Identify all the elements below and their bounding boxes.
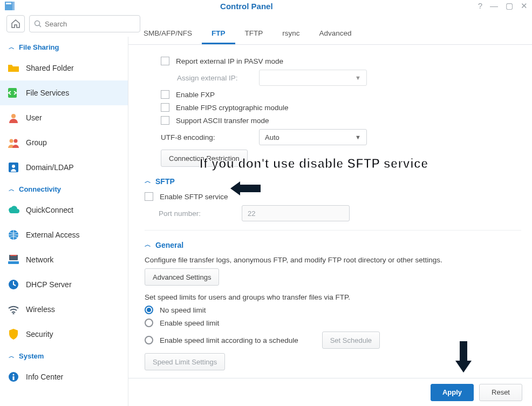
section-label: Connectivity bbox=[19, 185, 61, 193]
sidebar-item-label: Domain/LDAP bbox=[26, 163, 74, 172]
advanced-settings-button[interactable]: Advanced Settings bbox=[145, 268, 219, 286]
group-icon bbox=[8, 137, 19, 148]
sidebar-item-label: Security bbox=[26, 330, 53, 339]
speed-limit-settings-button: Speed Limit Settings bbox=[145, 353, 225, 370]
window-title: Control Panel bbox=[15, 2, 478, 11]
sidebar-item-label: Wireless bbox=[26, 305, 55, 314]
globe-icon bbox=[8, 229, 19, 241]
apply-button[interactable]: Apply bbox=[431, 384, 474, 401]
svg-line-4 bbox=[39, 25, 42, 28]
section-general[interactable]: ︿ General bbox=[145, 240, 521, 249]
checkbox-enable-sftp[interactable] bbox=[145, 192, 153, 201]
minimize-button[interactable]: — bbox=[490, 1, 498, 11]
section-label: File Sharing bbox=[19, 43, 59, 51]
select-utf8[interactable]: Auto ▼ bbox=[259, 129, 367, 145]
label-fips: Enable FIPS cryptographic module bbox=[176, 104, 289, 112]
file-services-icon bbox=[8, 87, 19, 99]
tab-smb[interactable]: SMB/AFP/NFS bbox=[134, 24, 202, 44]
checkbox-fips[interactable] bbox=[161, 103, 169, 112]
label-report-pasv: Report external IP in PASV mode bbox=[176, 57, 283, 65]
sidebar-item-label: DHCP Server bbox=[26, 280, 72, 289]
svg-rect-19 bbox=[13, 376, 15, 380]
svg-point-6 bbox=[11, 114, 16, 118]
radio-schedule-limit[interactable] bbox=[145, 336, 153, 344]
checkbox-report-pasv[interactable] bbox=[161, 57, 169, 65]
checkbox-ascii[interactable] bbox=[161, 116, 169, 125]
chevron-up-icon: ︿ bbox=[9, 185, 15, 193]
svg-point-7 bbox=[10, 139, 13, 143]
chevron-down-icon: ▼ bbox=[355, 75, 361, 81]
chevron-down-icon: ▼ bbox=[355, 134, 361, 140]
svg-point-10 bbox=[12, 165, 15, 168]
domain-icon bbox=[8, 161, 19, 173]
tab-rsync[interactable]: rsync bbox=[272, 24, 309, 44]
info-icon bbox=[8, 371, 19, 383]
set-schedule-button: Set Schedule bbox=[322, 331, 380, 349]
wireless-icon bbox=[8, 303, 19, 315]
label-schedule-limit: Enable speed limit according to a schedu… bbox=[160, 336, 298, 344]
home-icon bbox=[11, 19, 21, 29]
user-icon bbox=[8, 112, 19, 124]
divider bbox=[145, 230, 521, 231]
sidebar-item-shared-folder[interactable]: Shared Folder bbox=[0, 56, 128, 80]
label-port: Port number: bbox=[159, 209, 235, 218]
section-label: System bbox=[19, 352, 44, 360]
sidebar-item-label: Group bbox=[26, 138, 47, 147]
tab-ftp[interactable]: FTP bbox=[202, 24, 235, 44]
search-input[interactable] bbox=[45, 20, 135, 28]
radio-no-limit[interactable] bbox=[145, 306, 153, 314]
sidebar-item-network[interactable]: Network bbox=[0, 247, 128, 272]
sidebar-item-external-access[interactable]: External Access bbox=[0, 222, 128, 247]
label-no-limit: No speed limit bbox=[160, 306, 206, 314]
sidebar-section-file-sharing[interactable]: ︿ File Sharing bbox=[0, 38, 128, 56]
section-sftp[interactable]: ︿ SFTP bbox=[145, 177, 521, 186]
label-ascii: Support ASCII transfer mode bbox=[176, 117, 269, 125]
maximize-button[interactable]: ▢ bbox=[506, 1, 513, 11]
input-port bbox=[242, 205, 350, 221]
select-assign-ip[interactable]: ▼ bbox=[259, 70, 367, 86]
sidebar-item-security[interactable]: Security bbox=[0, 322, 128, 347]
sidebar: ︿ File Sharing Shared Folder File Servic… bbox=[0, 37, 128, 406]
general-desc: Configure file transfer logs, anonymous … bbox=[145, 256, 442, 264]
sidebar-item-quickconnect[interactable]: QuickConnect bbox=[0, 198, 128, 222]
label-enable-limit: Enable speed limit bbox=[160, 319, 219, 327]
sidebar-item-dhcp-server[interactable]: DHCP Server bbox=[0, 272, 128, 297]
sidebar-item-user[interactable]: User bbox=[0, 105, 128, 130]
svg-rect-2 bbox=[12, 2, 15, 10]
titlebar: Control Panel ? — ▢ ✕ bbox=[0, 0, 532, 12]
checkbox-fxp[interactable] bbox=[161, 90, 169, 99]
tab-advanced[interactable]: Advanced bbox=[310, 24, 362, 44]
sidebar-item-wireless[interactable]: Wireless bbox=[0, 297, 128, 322]
svg-rect-1 bbox=[6, 3, 11, 4]
sidebar-section-system[interactable]: ︿ System bbox=[0, 347, 128, 364]
help-icon[interactable]: ? bbox=[478, 1, 482, 11]
sidebar-item-info-center[interactable]: Info Center bbox=[0, 364, 128, 389]
home-button[interactable] bbox=[6, 15, 25, 32]
label-utf8: UTF-8 encoding: bbox=[161, 133, 253, 141]
sidebar-item-label: QuickConnect bbox=[26, 206, 73, 214]
sidebar-item-group[interactable]: Group bbox=[0, 130, 128, 155]
network-icon bbox=[8, 254, 19, 266]
label-assign-ip: Assign external IP: bbox=[177, 74, 253, 82]
connection-restriction-button[interactable]: Connection Restriction bbox=[161, 150, 248, 167]
chevron-up-icon: ︿ bbox=[145, 177, 151, 186]
close-button[interactable]: ✕ bbox=[521, 1, 528, 11]
search-box[interactable] bbox=[29, 15, 140, 32]
sidebar-item-domain-ldap[interactable]: Domain/LDAP bbox=[0, 155, 128, 180]
svg-point-3 bbox=[35, 21, 40, 26]
chevron-up-icon: ︿ bbox=[9, 352, 15, 360]
sidebar-item-label: User bbox=[26, 113, 42, 122]
svg-point-18 bbox=[13, 374, 15, 376]
sidebar-section-connectivity[interactable]: ︿ Connectivity bbox=[0, 180, 128, 198]
search-icon bbox=[34, 20, 42, 28]
sidebar-item-label: Info Center bbox=[26, 373, 63, 381]
tab-tftp[interactable]: TFTP bbox=[235, 24, 273, 44]
tabs: SMB/AFP/NFS FTP TFTP rsync Advanced bbox=[128, 24, 532, 45]
reset-button[interactable]: Reset bbox=[479, 384, 522, 401]
section-title: SFTP bbox=[155, 177, 175, 186]
sidebar-item-label: External Access bbox=[26, 231, 80, 239]
section-title: General bbox=[155, 241, 183, 249]
sidebar-item-file-services[interactable]: File Services bbox=[0, 80, 128, 105]
app-icon bbox=[4, 1, 15, 11]
radio-enable-limit[interactable] bbox=[145, 319, 153, 327]
